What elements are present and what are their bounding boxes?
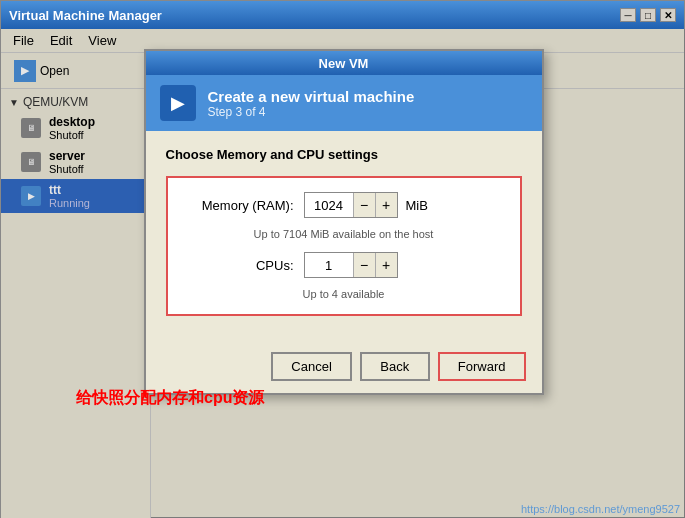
new-vm-dialog: New VM ▶ Create a new virtual machine St… bbox=[144, 49, 544, 395]
dialog-header-title: Create a new virtual machine bbox=[208, 88, 415, 105]
memory-spinbox: − + bbox=[304, 192, 398, 218]
memory-row: Memory (RAM): − + MiB bbox=[184, 192, 504, 218]
cpus-row: CPUs: − + bbox=[184, 252, 504, 278]
dialog-header: ▶ Create a new virtual machine Step 3 of… bbox=[146, 75, 542, 131]
cpus-spinbox: − + bbox=[304, 252, 398, 278]
settings-box: Memory (RAM): − + MiB Up to 7104 MiB ava… bbox=[166, 176, 522, 316]
title-bar: Virtual Machine Manager ─ □ ✕ bbox=[1, 1, 684, 29]
cpus-hint-row: Up to 4 available bbox=[184, 288, 504, 300]
maximize-button[interactable]: □ bbox=[640, 8, 656, 22]
memory-label: Memory (RAM): bbox=[184, 198, 294, 213]
cpus-input[interactable] bbox=[305, 253, 353, 277]
title-bar-buttons: ─ □ ✕ bbox=[620, 8, 676, 22]
main-window: Virtual Machine Manager ─ □ ✕ File Edit … bbox=[0, 0, 685, 518]
annotation-text: 给快照分配内存和cpu资源 bbox=[76, 388, 264, 409]
wizard-icon: ▶ bbox=[160, 85, 196, 121]
cancel-button[interactable]: Cancel bbox=[271, 352, 351, 381]
dialog-title-bar: New VM bbox=[146, 51, 542, 75]
dialog-footer: Cancel Back Forward bbox=[146, 340, 542, 393]
cpus-decrement-button[interactable]: − bbox=[353, 253, 375, 277]
watermark: https://blog.csdn.net/ymeng9527 bbox=[521, 503, 680, 515]
close-button[interactable]: ✕ bbox=[660, 8, 676, 22]
back-button[interactable]: Back bbox=[360, 352, 430, 381]
forward-button[interactable]: Forward bbox=[438, 352, 526, 381]
minimize-button[interactable]: ─ bbox=[620, 8, 636, 22]
cpus-increment-button[interactable]: + bbox=[375, 253, 397, 277]
cpus-label: CPUs: bbox=[184, 258, 294, 273]
window-title: Virtual Machine Manager bbox=[9, 8, 162, 23]
memory-input[interactable] bbox=[305, 193, 353, 217]
memory-hint-row: Up to 7104 MiB available on the host bbox=[184, 228, 504, 240]
dialog-overlay: New VM ▶ Create a new virtual machine St… bbox=[1, 29, 685, 518]
dialog-header-step: Step 3 of 4 bbox=[208, 105, 415, 119]
dialog-body: Choose Memory and CPU settings Memory (R… bbox=[146, 131, 542, 340]
memory-decrement-button[interactable]: − bbox=[353, 193, 375, 217]
dialog-title: New VM bbox=[319, 56, 369, 71]
cpus-hint: Up to 4 available bbox=[184, 288, 504, 300]
memory-unit: MiB bbox=[406, 198, 428, 213]
memory-hint: Up to 7104 MiB available on the host bbox=[184, 228, 504, 240]
memory-increment-button[interactable]: + bbox=[375, 193, 397, 217]
section-title: Choose Memory and CPU settings bbox=[166, 147, 522, 162]
